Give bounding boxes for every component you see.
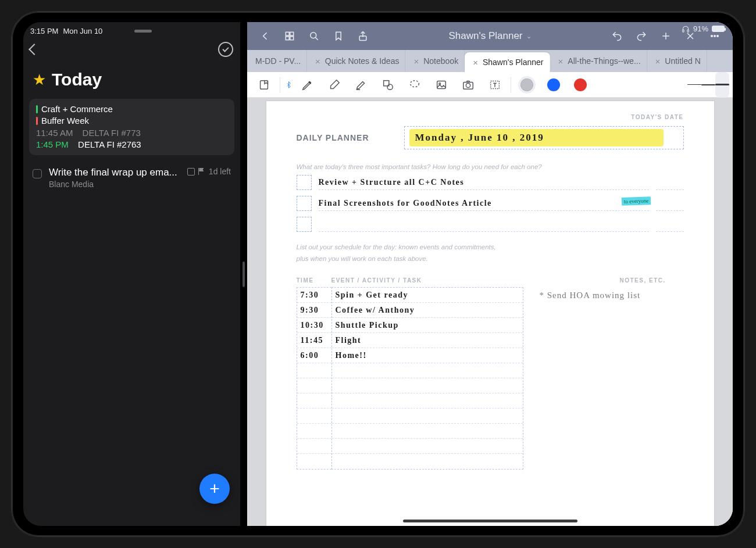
event-time: 11:45 AM — [36, 127, 73, 139]
note-icon — [187, 168, 195, 175]
sched-event: Home!! — [332, 348, 523, 363]
svg-rect-2 — [286, 32, 289, 35]
svg-point-6 — [311, 33, 316, 38]
svg-rect-16 — [261, 80, 268, 89]
color-red[interactable] — [567, 72, 594, 98]
sched-event: Shuttle Pickup — [332, 318, 523, 333]
bluetooth-icon[interactable] — [283, 72, 294, 98]
eraser-tool-icon[interactable] — [321, 72, 348, 98]
left-nav-bar — [23, 37, 240, 62]
tab-item[interactable]: ×All-the-Things--we... — [550, 50, 647, 72]
tab-item[interactable]: ×Notebook — [405, 50, 465, 72]
handwritten-task: Final Screenshots for GoodNotes Article — [319, 199, 492, 208]
battery-percent: 91% — [693, 24, 708, 33]
tab-item[interactable]: ×Untitled N — [647, 50, 707, 72]
back-icon[interactable] — [253, 22, 277, 50]
home-indicator[interactable] — [403, 520, 577, 522]
tab-item[interactable]: M-DD - PV... — [247, 50, 307, 72]
svg-point-14 — [714, 35, 716, 37]
sched-time: 7:30 — [297, 288, 331, 303]
close-tab-icon[interactable]: × — [473, 58, 478, 67]
task-checkbox — [297, 196, 312, 211]
handwritten-task: Review + Structure all C+C Notes — [319, 178, 465, 187]
separator — [280, 77, 280, 93]
task-checkbox[interactable] — [33, 169, 42, 178]
task-title: Write the final wrap up ema... — [49, 167, 180, 178]
event-title: Craft + Commerce — [41, 103, 113, 115]
chevron-down-icon: ⌄ — [526, 33, 532, 40]
col-notes: NOTES, ETC. — [597, 277, 684, 284]
close-tab-icon[interactable]: × — [413, 56, 419, 66]
duration-box — [656, 217, 684, 232]
svg-point-13 — [711, 35, 713, 37]
event-title: DELTA FI #773 — [83, 127, 141, 139]
stroke-thick[interactable] — [715, 72, 729, 98]
important-task-row: Review + Structure all C+C Notes — [297, 175, 684, 190]
document-title[interactable]: Shawn's Planner ⌄ — [377, 30, 602, 42]
text-tool-icon[interactable] — [482, 72, 508, 98]
left-app-things: 3:15 PM Mon Jun 10 ★ Today Craft + Comme… — [23, 22, 240, 526]
shape-tool-icon[interactable] — [375, 72, 401, 98]
important-task-row — [297, 217, 684, 232]
status-time: 3:15 PM — [30, 27, 58, 35]
back-icon[interactable] — [28, 44, 40, 55]
color-grey[interactable] — [513, 72, 540, 98]
drawing-toolbar — [247, 72, 733, 98]
planner-page: TODAY'S DATE DAILY PLANNER Monday , June… — [266, 101, 714, 526]
ipad-frame: 3:15 PM Mon Jun 10 ★ Today Craft + Comme… — [12, 12, 744, 536]
col-time: TIME — [297, 277, 331, 284]
schedule-prompt: List out your schedule for the day: know… — [297, 243, 684, 250]
stroke-med[interactable] — [701, 72, 715, 98]
date-field: Monday , June 10 , 2019 — [404, 126, 684, 149]
add-page-icon[interactable] — [654, 22, 678, 50]
search-icon[interactable] — [302, 22, 326, 50]
calendar-events-card[interactable]: Craft + Commerce Buffer Week 11:45 AM DE… — [29, 99, 234, 155]
thumbnails-icon[interactable] — [277, 22, 302, 50]
highlighter-tool-icon[interactable] — [348, 72, 375, 98]
multitask-pill[interactable] — [134, 30, 152, 33]
task-checkbox — [297, 217, 312, 232]
pen-tool-icon[interactable] — [294, 72, 321, 98]
event-color-bar — [36, 105, 38, 113]
split-view-handle[interactable] — [240, 22, 247, 526]
svg-rect-4 — [286, 37, 289, 40]
undo-icon[interactable] — [605, 22, 629, 50]
redo-icon[interactable] — [629, 22, 654, 50]
color-blue[interactable] — [540, 72, 567, 98]
sched-time: 6:00 — [297, 348, 331, 363]
tasks-prompt: What are today's three most important ta… — [297, 163, 684, 170]
headphones-icon — [682, 25, 690, 33]
svg-point-20 — [411, 80, 419, 87]
image-tool-icon[interactable] — [428, 72, 455, 98]
task-row[interactable]: Write the final wrap up ema... Blanc Med… — [23, 159, 240, 197]
close-tab-icon[interactable]: × — [655, 56, 661, 66]
show-completed-icon[interactable] — [218, 42, 233, 57]
status-bar-right: 91% — [682, 24, 725, 33]
svg-point-24 — [466, 83, 470, 87]
close-tab-icon[interactable]: × — [315, 56, 320, 66]
add-task-button[interactable]: + — [199, 474, 230, 504]
event-color-bar — [36, 117, 38, 125]
tab-item-active[interactable]: ×Shawn's Planner — [465, 52, 550, 72]
lasso-tool-icon[interactable] — [401, 72, 428, 98]
note-canvas[interactable]: TODAY'S DATE DAILY PLANNER Monday , June… — [247, 98, 733, 526]
tab-item[interactable]: ×Quick Notes & Ideas — [307, 50, 405, 72]
bookmark-icon[interactable] — [326, 22, 351, 50]
event-title: Buffer Week — [41, 115, 89, 127]
side-note: * Send HOA mowing list — [523, 287, 641, 470]
tab-bar: M-DD - PV... ×Quick Notes & Ideas ×Noteb… — [247, 50, 733, 72]
stroke-thin[interactable] — [687, 72, 701, 98]
status-bar-left: 3:15 PM Mon Jun 10 — [23, 22, 240, 37]
sched-time: 9:30 — [297, 303, 331, 318]
share-icon[interactable] — [351, 22, 375, 50]
sched-event: Flight — [332, 333, 523, 348]
read-mode-icon[interactable] — [251, 72, 277, 98]
camera-tool-icon[interactable] — [455, 72, 482, 98]
battery-icon — [712, 26, 725, 32]
svg-rect-21 — [437, 81, 446, 88]
flag-icon — [198, 168, 205, 175]
right-app-goodnotes: 91% Shawn's Planner ⌄ — [247, 22, 733, 526]
todays-date-label: TODAY'S DATE — [297, 114, 684, 120]
close-tab-icon[interactable]: × — [558, 56, 564, 66]
svg-point-15 — [717, 35, 719, 37]
